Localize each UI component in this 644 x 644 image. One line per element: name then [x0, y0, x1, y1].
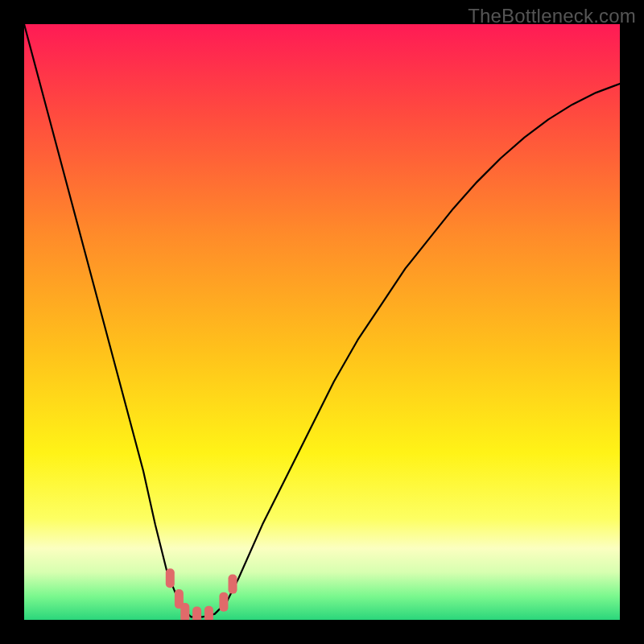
heat-gradient: [24, 24, 620, 620]
curve-marker: [219, 592, 228, 612]
plot-area: [24, 24, 620, 620]
watermark-text: TheBottleneck.com: [468, 5, 636, 27]
curve-marker: [229, 575, 237, 594]
bottleneck-chart: [24, 24, 620, 620]
curve-marker: [192, 607, 201, 620]
curve-marker: [180, 603, 189, 620]
chart-frame: TheBottleneck.com: [0, 0, 644, 644]
curve-marker: [204, 606, 213, 620]
curve-marker: [166, 568, 175, 588]
